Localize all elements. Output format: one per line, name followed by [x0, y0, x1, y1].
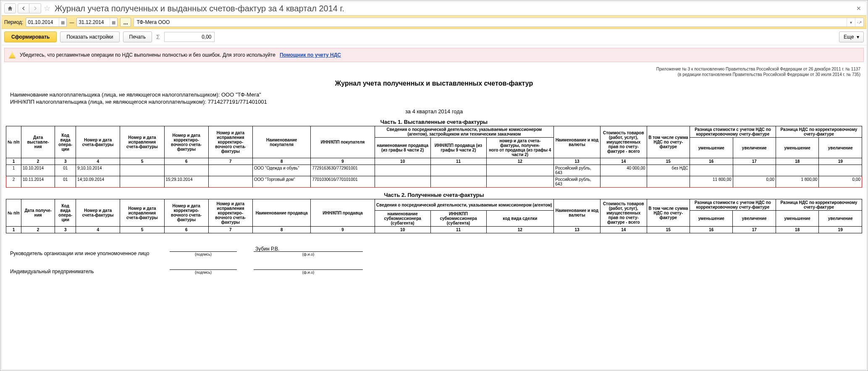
- org-open-icon[interactable]: ▫↗: [855, 18, 863, 26]
- calendar-to-icon[interactable]: ▦: [110, 18, 117, 26]
- head-label: Руководитель организации или иное уполно…: [10, 251, 153, 256]
- vat-helper-link[interactable]: Помощник по учету НДС: [280, 52, 341, 58]
- report-title: Журнал учета полученных и выставленных с…: [6, 80, 862, 87]
- print-button[interactable]: Печать: [123, 31, 152, 42]
- show-settings-button[interactable]: Показать настройки: [60, 31, 119, 42]
- sum-input[interactable]: [164, 32, 215, 42]
- part2-title: Часть 2. Полученные счета-фактуры: [6, 192, 862, 198]
- home-button[interactable]: [4, 3, 16, 13]
- nav-back-button[interactable]: [18, 3, 29, 13]
- arrow-right-icon: [33, 6, 37, 10]
- favorite-star-icon[interactable]: ☆: [44, 4, 50, 13]
- close-button[interactable]: ✕: [854, 5, 864, 12]
- part2-table: № п/п Дата получе- ния Код вида опера- ц…: [6, 199, 862, 233]
- warning-text: Убедитесь, что регламентные операции по …: [20, 52, 275, 58]
- period-label: Период:: [4, 19, 23, 25]
- page-title: Журнал учета полученных и выданных счето…: [55, 4, 852, 13]
- org-dropdown-icon[interactable]: ▾: [847, 18, 855, 26]
- regulation-note: Приложение № 3 к постановлению Правитель…: [6, 66, 860, 77]
- part1-title: Часть 1. Выставленные счета-фактуры: [6, 119, 862, 125]
- head-sign-line: [170, 246, 237, 252]
- organization-input[interactable]: [134, 18, 847, 26]
- calendar-from-icon[interactable]: ▦: [59, 18, 66, 26]
- report-quarter: за 4 квартал 2014 года: [6, 108, 862, 115]
- taxpayer-inn: ИНН/КПП налогоплательщика (лица, не явля…: [10, 99, 862, 105]
- table-row[interactable]: 110.10.2014019;10.10.2014ООО "Одежда и о…: [6, 165, 862, 176]
- part1-table: № п/п Дата выставле- ния Код вида опера-…: [6, 126, 862, 188]
- signatures-block: Руководитель организации или иное уполно…: [10, 246, 862, 274]
- generate-button[interactable]: Сформировать: [4, 31, 57, 42]
- warning-banner: Убедитесь, что регламентные операции по …: [4, 48, 864, 62]
- taxpayer-name: Наименование налогоплательщика (лица, не…: [10, 91, 862, 98]
- period-picker-button[interactable]: ...: [120, 18, 131, 27]
- period-to-input[interactable]: [77, 18, 110, 26]
- ip-sign-line: [170, 264, 237, 270]
- warning-icon: [9, 52, 16, 58]
- nav-forward-button[interactable]: [29, 3, 41, 13]
- period-dash: —: [69, 20, 74, 25]
- ip-label: Индивидуальный предприниматель: [10, 269, 153, 274]
- sigma-icon: Σ: [155, 34, 161, 40]
- period-from-input[interactable]: [26, 18, 59, 26]
- arrow-left-icon: [21, 6, 26, 10]
- table-row[interactable]: 210.11.20140114;10.09.201415;29.10.2014О…: [6, 176, 862, 188]
- more-button[interactable]: Еще ▾: [839, 31, 864, 42]
- head-fio: Зубин Р.В.: [254, 246, 363, 252]
- home-icon: [7, 5, 13, 11]
- ip-fio-line: [254, 264, 363, 270]
